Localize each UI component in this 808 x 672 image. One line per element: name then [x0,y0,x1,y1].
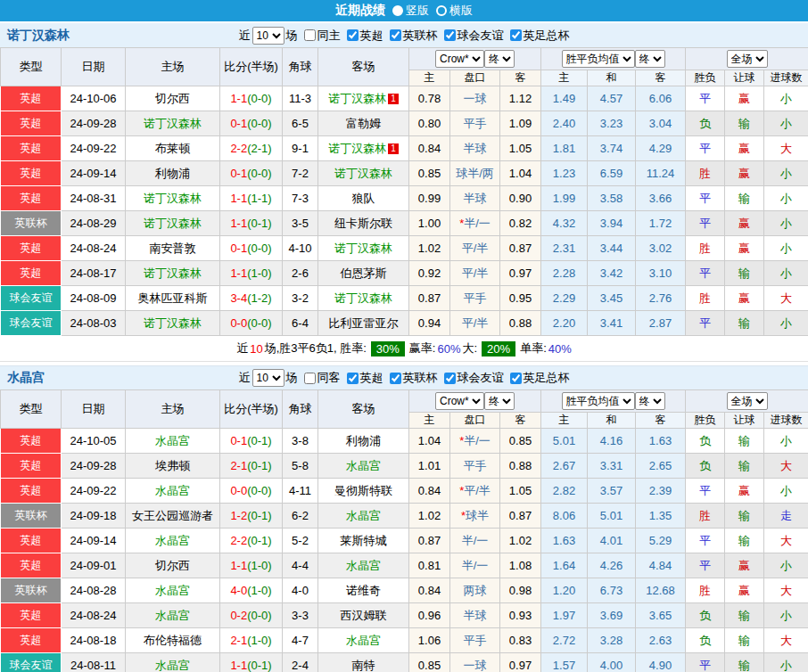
away-team-cell: 诺丁汉森林1 [318,86,409,111]
competition-checkbox-input[interactable] [510,29,522,41]
mean-stage-select[interactable]: 终 [635,392,665,410]
away-team-cell: 水晶宫 [318,504,409,529]
recent-count-select[interactable]: 10 [252,27,284,45]
home-team-name: 女王公园巡游者 [132,509,213,522]
competition-checkbox[interactable]: 英超 [342,28,383,44]
corner-count: 4-4 [283,553,318,578]
competition-checkbox-input[interactable] [347,373,359,384]
odds-provider-select[interactable]: Crow* [435,392,484,410]
competition-checkbox-input[interactable] [390,29,401,41]
scope-select[interactable]: 全场 [727,50,768,68]
same-venue-checkbox-input[interactable] [304,29,316,41]
mean-type-select[interactable]: 胜平负均值 [562,392,635,410]
mean-draw: 3.94 [588,211,636,236]
competition-checkbox[interactable]: 英足总杯 [506,28,570,44]
result-cell: 平 [686,136,725,161]
odds-provider-select[interactable]: Crow* [435,50,484,68]
match-date: 24-09-01 [62,553,126,578]
spread-result-cell: 赢 [725,236,764,261]
mean-away: 3.66 [636,186,686,211]
goals-result-cell: 大 [764,628,808,653]
match-date: 24-08-11 [62,653,126,672]
subcol-header-sub_goals: 进球数 [764,70,808,86]
home-team-name: 利物浦 [155,167,190,180]
same-venue-checkbox[interactable]: 同客 [300,370,341,386]
score-cell: 1-1(0-0) [220,86,283,111]
goals-result-cell: 小 [764,161,808,186]
away-team-cell: 诺丁汉森林 [318,236,409,261]
horizontal-radio[interactable] [436,5,447,16]
away-team-cell: 诺维奇 [318,578,409,603]
match-date: 24-08-28 [62,578,126,603]
away-team-name: 水晶宫 [346,509,381,522]
match-date: 24-08-29 [62,211,126,236]
competition-checkbox[interactable]: 球会友谊 [440,28,504,44]
competition-checkbox[interactable]: 英足总杯 [506,370,570,386]
halftime-score: (0-0) [247,609,271,622]
table-row: 英超24-09-22水晶宫0-0(0-0)4-11曼彻斯特联0.84*平/半1.… [1,479,808,504]
mean-away: 3.10 [636,261,686,286]
odds-stage-select[interactable]: 终 [484,50,515,68]
competition-label: 英超 [360,370,383,386]
corner-count: 3-5 [283,211,318,236]
mean-type-select[interactable]: 胜平负均值 [562,50,635,68]
match-date: 24-08-24 [62,236,126,261]
fulltime-score: 0-0 [230,316,247,330]
match-type-badge: 英超 [1,261,62,286]
layout-option-horizontal[interactable]: 横版 [436,3,473,19]
halftime-score: (0-1) [247,659,271,672]
away-team-name: 南特 [352,659,375,672]
odds-away: 1.02 [500,529,541,553]
col-header-score: 比分(半场) [220,48,283,86]
corner-count: 11-3 [283,86,318,111]
layout-option-vertical[interactable]: 竖版 [392,3,429,19]
mean-select-group: 胜平负均值终 [541,48,686,70]
corner-count: 7-3 [283,186,318,211]
competition-checkbox-input[interactable] [510,373,522,384]
mean-select-group: 胜平负均值终 [541,390,686,413]
handicap-cell: 半球 [450,136,500,161]
odds-home: 0.85 [409,653,450,672]
away-team-cell: 莱斯特城 [318,529,409,553]
competition-checkbox-input[interactable] [444,29,456,41]
odds-select-group: Crow*终 [409,390,541,413]
vertical-radio-label: 竖版 [406,3,429,19]
competition-checkbox[interactable]: 英超 [342,370,383,386]
mean-draw: 3.58 [588,186,636,211]
table-header-row: 类型日期主场比分(半场)角球客场Crow*终胜平负均值终全场 [1,390,808,413]
mean-away: 2.63 [636,628,686,653]
away-team-name: 纽卡斯尔联 [334,217,392,230]
competition-checkbox[interactable]: 英联杯 [385,370,438,386]
home-team-name: 水晶宫 [155,609,190,622]
table-row: 英超24-09-28埃弗顿2-1(0-1)5-8水晶宫1.01平手0.882.6… [1,454,808,479]
away-team-name: 水晶宫 [346,559,381,572]
mean-home: 1.57 [541,653,588,672]
halftime-score: (1-0) [247,584,271,597]
competition-checkbox-input[interactable] [444,373,456,384]
mean-home: 4.32 [541,211,588,236]
recent-count-select[interactable]: 10 [252,369,284,387]
mean-stage-select[interactable]: 终 [635,50,665,68]
odds-stage-select[interactable]: 终 [484,392,515,410]
same-venue-checkbox-input[interactable] [304,373,316,384]
result-cell: 负 [686,603,725,628]
competition-checkbox[interactable]: 球会友谊 [440,370,504,386]
mean-home: 2.31 [541,236,588,261]
vertical-radio[interactable] [392,5,403,16]
fulltime-score: 0-2 [230,609,247,622]
score-cell: 1-1(0-1) [220,653,283,672]
single-label: 单率: [520,340,547,356]
home-team-cell: 水晶宫 [126,653,220,672]
score-cell: 1-2(0-1) [220,504,283,529]
result-cell: 平 [686,479,725,504]
odds-home: 0.87 [409,529,450,553]
competition-checkbox-input[interactable] [347,29,359,41]
score-cell: 0-1(0-0) [220,111,283,136]
same-venue-checkbox[interactable]: 同主 [300,28,341,44]
scope-select[interactable]: 全场 [727,392,768,410]
home-team-name: 奥林匹亚科斯 [138,291,208,305]
goals-result-cell: 小 [764,553,808,578]
competition-checkbox[interactable]: 英联杯 [385,28,438,44]
competition-checkbox-input[interactable] [390,373,401,384]
odds-away: 0.87 [500,504,541,529]
